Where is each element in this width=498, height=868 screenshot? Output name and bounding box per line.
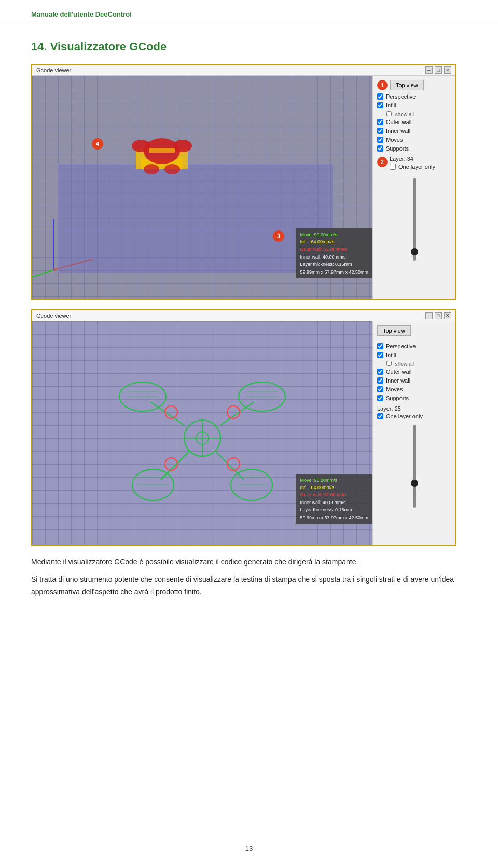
close-btn-1[interactable]: ✕ — [444, 66, 451, 74]
drone-3d-object — [110, 117, 214, 195]
inner-wall-checkbox-2[interactable] — [377, 377, 383, 384]
page-content: 14. Visualizzatore GCode Gcode viewer ─ … — [0, 24, 498, 614]
layer-slider-1[interactable] — [377, 178, 451, 281]
layer-text-1: Layer: 34 — [390, 156, 435, 162]
show-all-checkbox-2[interactable] — [386, 361, 392, 366]
moves-checkbox-1[interactable] — [377, 137, 383, 143]
section-name: Visualizzatore GCode — [50, 40, 167, 53]
show-all-checkbox-1[interactable] — [386, 111, 392, 116]
description: Mediante il visualizzatore GCode è possi… — [31, 556, 467, 598]
svg-point-4 — [132, 140, 150, 152]
description-para1: Mediante il visualizzatore GCode è possi… — [31, 556, 467, 568]
svg-line-10 — [150, 402, 184, 425]
moves-label-1: Moves — [386, 137, 403, 143]
right-panel-2: Top view Perspective Infill show all Out… — [372, 321, 455, 545]
layer-slider-2[interactable] — [377, 425, 451, 528]
page-header: Manuale dell'utente DeeControl — [0, 0, 498, 24]
show-all-item-2: show all — [386, 361, 451, 367]
infill-label-2: Infill — [386, 352, 396, 358]
info-infill-2: Infill: 64.00mm/s — [300, 484, 368, 491]
top-view-button-1[interactable]: Top view — [390, 80, 424, 90]
gcode-window-2: Gcode viewer ─ □ ✕ — [31, 309, 457, 546]
one-layer-checkbox-2[interactable] — [377, 413, 383, 419]
supports-checkbox-2[interactable] — [377, 395, 383, 401]
window-title-1: Gcode viewer — [36, 67, 71, 73]
infill-label-1: Infill — [386, 102, 396, 108]
infill-item-1: Infill — [377, 102, 451, 108]
show-all-label-2: show all — [395, 361, 414, 367]
layer-section-2: Layer: 25 One layer only — [377, 405, 451, 419]
section-title: 14. Visualizzatore GCode — [31, 40, 467, 53]
page-number: - 13 - — [241, 845, 257, 852]
inner-wall-item-2: Inner wall — [377, 377, 451, 384]
window-title-2: Gcode viewer — [36, 313, 71, 319]
info-outer: Outer wall: 32.00mm/s — [300, 246, 368, 253]
maximize-btn-2[interactable]: □ — [435, 312, 442, 319]
header-title: Manuale dell'utente DeeControl — [31, 10, 132, 18]
slider-track-1 — [413, 178, 416, 261]
supports-item-2: Supports — [377, 395, 451, 401]
maximize-btn-1[interactable]: □ — [435, 66, 442, 74]
window-controls-1: ─ □ ✕ — [425, 66, 451, 74]
moves-label-2: Moves — [386, 386, 403, 392]
supports-label-1: Supports — [386, 145, 409, 152]
info-outer-2: Outer wall: 32.00mm/s — [300, 491, 368, 498]
moves-checkbox-2[interactable] — [377, 386, 383, 392]
supports-label-2: Supports — [386, 395, 409, 401]
info-layer-thick: Layer thickness: 0.15mm — [300, 261, 368, 268]
inner-wall-label-1: Inner wall — [386, 128, 410, 134]
svg-point-5 — [173, 140, 192, 152]
perspective-checkbox-1[interactable] — [377, 93, 383, 100]
minimize-btn-1[interactable]: ─ — [425, 66, 433, 74]
inner-wall-checkbox-1[interactable] — [377, 128, 383, 134]
axis-y — [53, 219, 54, 270]
info-inner-2: Inner wall: 40.00mm/s — [300, 499, 368, 506]
info-move: Move: 90.00mm/s — [300, 231, 368, 238]
badge-2: 2 — [377, 157, 388, 167]
slider-thumb-1[interactable] — [411, 248, 418, 255]
info-dimensions: 59.99mm x 57.97mm x 42.50mm — [300, 268, 368, 276]
svg-point-20 — [165, 458, 177, 470]
moves-item-2: Moves — [377, 386, 451, 392]
slider-thumb-2[interactable] — [411, 480, 418, 487]
infill-checkbox-1[interactable] — [377, 102, 383, 108]
slider-track-2 — [413, 425, 416, 508]
one-layer-checkbox-1[interactable] — [390, 164, 396, 170]
info-inner: Inner wall: 40.00mm/s — [300, 253, 368, 261]
badge-1: 1 — [377, 80, 388, 90]
one-layer-label-1: One layer only — [398, 164, 435, 170]
viewport-1: 4 Move: 90.00mm/s Infill: 64.00mm/s Oute… — [32, 76, 372, 299]
svg-point-7 — [164, 164, 180, 174]
svg-point-21 — [227, 458, 240, 470]
window-body-1: 4 Move: 90.00mm/s Infill: 64.00mm/s Oute… — [32, 76, 455, 299]
outer-wall-checkbox-1[interactable] — [377, 119, 383, 125]
perspective-checkbox-2[interactable] — [377, 343, 383, 349]
supports-checkbox-1[interactable] — [377, 145, 383, 152]
outer-wall-item-1: Outer wall — [377, 119, 451, 125]
info-overlay-1: Move: 90.00mm/s Infill: 64.00mm/s Outer … — [296, 228, 372, 278]
layer-text-2: Layer: 25 — [377, 405, 451, 412]
minimize-btn-2[interactable]: ─ — [425, 312, 433, 319]
outer-wall-checkbox-2[interactable] — [377, 369, 383, 375]
perspective-item-1: Perspective — [377, 93, 451, 100]
right-panel-1: 1 Top view Perspective Infill show all — [372, 76, 455, 299]
one-layer-item-1: One layer only — [390, 164, 435, 170]
show-all-item-1: show all — [386, 111, 451, 117]
gcode-window-1: Gcode viewer ─ □ ✕ — [31, 64, 457, 300]
info-move-2: Move: 90.00mm/s — [300, 477, 368, 484]
perspective-label-2: Perspective — [386, 343, 416, 349]
close-btn-2[interactable]: ✕ — [444, 312, 451, 319]
perspective-label-1: Perspective — [386, 93, 416, 100]
moves-item-1: Moves — [377, 137, 451, 143]
description-para2: Si tratta di uno strumento potente che c… — [31, 574, 467, 599]
section-number: 14. — [31, 40, 47, 53]
inner-wall-item-1: Inner wall — [377, 128, 451, 134]
top-view-button-2[interactable]: Top view — [377, 326, 411, 336]
info-dimensions-2: 59.99mm x 57.97mm x 42.50mm — [300, 514, 368, 521]
info-infill: Infill: 64.00mm/s — [300, 238, 368, 246]
drone-flat-object — [109, 350, 296, 516]
svg-point-6 — [144, 164, 159, 174]
infill-checkbox-2[interactable] — [377, 352, 383, 358]
svg-line-11 — [220, 402, 254, 425]
info-overlay-2: Move: 90.00mm/s Infill: 64.00mm/s Outer … — [296, 474, 372, 524]
